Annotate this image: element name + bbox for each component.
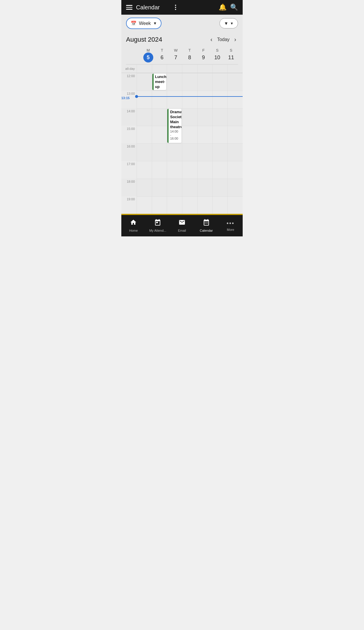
time-cell-mon-1800[interactable] (137, 179, 152, 196)
today-button[interactable]: Today (217, 37, 230, 42)
time-cell-sat-1500[interactable] (212, 126, 228, 143)
time-cell-tue-1500[interactable] (152, 126, 167, 143)
time-row-1500: 15:00 (121, 126, 243, 143)
time-row-1300: 13:00 (121, 91, 243, 108)
time-cell-fri-1600[interactable] (197, 143, 212, 161)
time-cell-thu-1800[interactable] (182, 179, 197, 196)
time-cell-sat-1600[interactable] (212, 143, 228, 161)
event-lunch-meetup-title: Lunch meet-up (155, 74, 165, 89)
all-day-cell-sun (227, 65, 243, 73)
time-cell-wed-1200[interactable] (167, 73, 182, 91)
nav-item-more[interactable]: ••• More (218, 215, 243, 236)
time-cell-thu-1700[interactable] (182, 161, 197, 179)
nav-item-home[interactable]: Home (121, 215, 146, 236)
week-view-button[interactable]: 📅 Week ▼ (126, 18, 161, 29)
nav-item-calendar[interactable]: Calendar (194, 215, 218, 236)
time-cell-fri-1400[interactable] (197, 108, 212, 126)
time-cell-sun-1800[interactable] (227, 179, 243, 196)
time-cell-tue-1600[interactable] (152, 143, 167, 161)
search-icon[interactable]: 🔍 (230, 4, 238, 11)
event-drama-society[interactable]: Drama Society Main theatre 14:00 - 16:00 (167, 109, 181, 143)
day-header-tue[interactable]: T 6 (155, 47, 169, 64)
all-day-row: all-day (121, 65, 243, 73)
time-cell-sat-1700[interactable] (212, 161, 228, 179)
time-cell-sun-1400[interactable] (227, 108, 243, 126)
time-cell-sun-1500[interactable] (227, 126, 243, 143)
time-cell-sat-1300[interactable] (212, 91, 228, 108)
time-cell-mon-1900[interactable] (137, 196, 152, 214)
day-headers: M 5 T 6 W 7 T 8 F 9 S 10 S 11 (126, 47, 238, 65)
time-cell-sun-1600[interactable] (227, 143, 243, 161)
time-cell-tue-1300[interactable] (152, 91, 167, 108)
bottom-navigation: Home My Attend... Email Calendar ••• Mor… (121, 215, 243, 236)
time-cell-fri-1300[interactable] (197, 91, 212, 108)
time-cell-thu-1300[interactable] (182, 91, 197, 108)
all-day-cell-fri (197, 65, 212, 73)
time-cell-fri-1800[interactable] (197, 179, 212, 196)
day-header-wed[interactable]: W 7 (169, 47, 183, 64)
time-cell-mon-1300[interactable] (137, 91, 152, 108)
time-cell-thu-1900[interactable] (182, 196, 197, 214)
event-lunch-meetup[interactable]: Lunch meet-up (152, 74, 166, 90)
time-row-1200: 12:00 (121, 73, 243, 91)
time-cell-mon-1700[interactable] (137, 161, 152, 179)
day-header-fri[interactable]: F 9 (197, 47, 210, 64)
filter-button[interactable]: ▼ ▼ (220, 18, 238, 28)
time-cell-sun-1300[interactable] (227, 91, 243, 108)
time-cell-thu-1400[interactable] (182, 108, 197, 126)
day-header-thu[interactable]: T 8 (183, 47, 196, 64)
time-cell-mon-1400[interactable] (137, 108, 152, 126)
time-cell-wed-1700[interactable] (167, 161, 182, 179)
time-label-1500: 15:00 (121, 126, 137, 143)
day-header-sat[interactable]: S 10 (210, 47, 224, 64)
time-cell-sat-1400[interactable] (212, 108, 228, 126)
time-cell-tue-1700[interactable] (152, 161, 167, 179)
time-cell-sun-1200[interactable] (227, 73, 243, 91)
time-cell-mon-1600[interactable] (137, 143, 152, 161)
prev-week-button[interactable]: ‹ (209, 35, 214, 44)
calendar-nav-icon (203, 219, 210, 228)
more-vertical-icon[interactable] (175, 5, 176, 10)
time-cell-tue-1800[interactable] (152, 179, 167, 196)
time-cell-wed-1300[interactable] (167, 91, 182, 108)
bell-icon[interactable]: 🔔 (219, 4, 227, 11)
filter-chevron-icon: ▼ (230, 21, 234, 26)
time-cell-wed-1600[interactable] (167, 143, 182, 161)
all-day-cell-mon (137, 65, 152, 73)
time-cell-sun-1700[interactable] (227, 161, 243, 179)
day-header-sun[interactable]: S 11 (224, 47, 238, 64)
time-cell-wed-1900[interactable] (167, 196, 182, 214)
time-cell-thu-1200[interactable] (182, 73, 197, 91)
time-cell-wed-1800[interactable] (167, 179, 182, 196)
event-drama-society-title: Drama Society Main theatre (170, 110, 180, 130)
day-header-mon[interactable]: M 5 (141, 47, 155, 64)
email-icon (178, 219, 186, 228)
time-cell-thu-1500[interactable] (182, 126, 197, 143)
home-icon (130, 219, 137, 228)
hamburger-icon[interactable] (126, 5, 132, 10)
time-cell-sat-1200[interactable] (212, 73, 228, 91)
time-cell-sat-1800[interactable] (212, 179, 228, 196)
time-cell-tue-1900[interactable] (152, 196, 167, 214)
time-cell-sun-1900[interactable] (227, 196, 243, 214)
time-cell-fri-1700[interactable] (197, 161, 212, 179)
nav-item-attend[interactable]: My Attend... (146, 215, 170, 236)
time-cell-mon-1200[interactable] (137, 73, 152, 91)
next-week-button[interactable]: › (232, 35, 238, 44)
all-day-label: all-day (121, 65, 137, 73)
time-cell-fri-1900[interactable] (197, 196, 212, 214)
time-cell-fri-1500[interactable] (197, 126, 212, 143)
calendar-body[interactable]: all-day 13:15 12:00 13:00 (121, 65, 243, 214)
time-cell-mon-1500[interactable] (137, 126, 152, 143)
nav-item-email[interactable]: Email (170, 215, 194, 236)
time-cell-tue-1400[interactable] (152, 108, 167, 126)
time-cell-sat-1900[interactable] (212, 196, 228, 214)
time-row-1800: 18:00 (121, 179, 243, 196)
filter-icon: ▼ (224, 21, 228, 26)
nav-label-more: More (227, 228, 234, 231)
time-label-1300: 13:00 (121, 91, 137, 108)
calendar-header: August 2024 ‹ Today › M 5 T 6 W 7 T 8 F … (121, 32, 243, 65)
top-bar: Calendar 🔔 🔍 (121, 0, 243, 15)
time-cell-fri-1200[interactable] (197, 73, 212, 91)
time-cell-thu-1600[interactable] (182, 143, 197, 161)
